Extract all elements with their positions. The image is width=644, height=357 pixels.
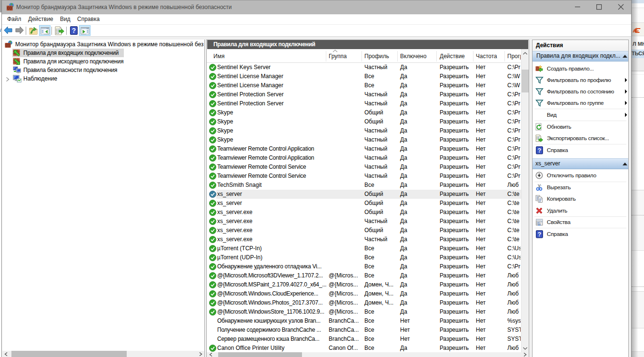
svg-text:?: ? (538, 147, 542, 154)
svg-text:?: ? (72, 27, 76, 34)
svg-text:?: ? (538, 231, 542, 238)
